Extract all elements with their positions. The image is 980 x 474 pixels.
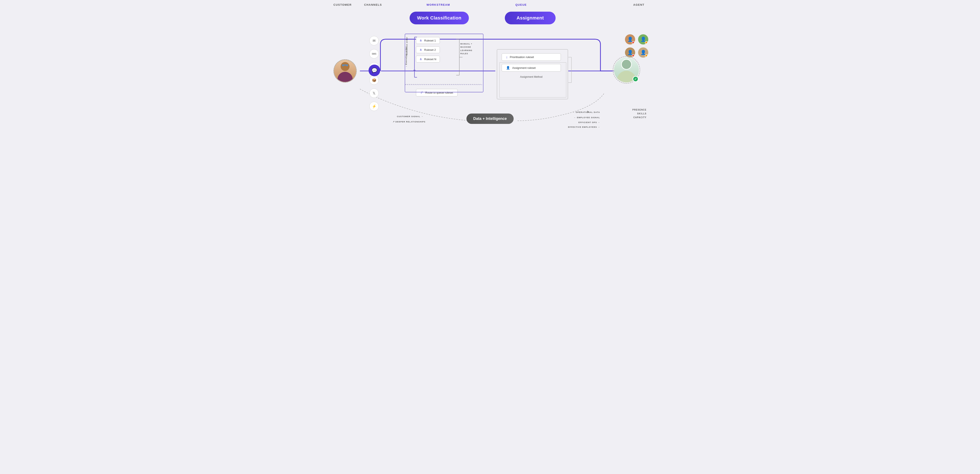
main-agent-status-badge: ✓ [633,76,638,82]
capacity-label: CAPACITY [632,116,647,120]
ruleset-icon-1: ⋔ [420,39,422,42]
agent-1-badge [632,41,635,44]
header-queue: QUEUE [515,3,527,6]
route-queue-label: Route to queue ruleset [425,91,453,94]
operational-data-label: ← OPERATIONAL DATA [573,111,600,113]
agent-2-badge [645,41,648,44]
assignment-ruleset-item: 👤 Assignment ruleset [502,64,561,72]
presence-label: PRESENCE [632,108,647,112]
ruleset-item-n: ⋔ Ruleset N [416,56,440,62]
messenger-channel-icon: ⚡ [369,102,379,111]
agent-row-1: 👤 👤 [623,34,649,45]
agent-4-badge [645,54,648,57]
ruleset-list: ⋔ Ruleset 1 ⋔ Ruleset 2 ⋔ Ruleset N [416,37,440,62]
chat-bubble-icon: 💬 [369,65,380,76]
header-agent: AGENT [633,3,644,6]
twitter-channel-icon: 𝕏 [369,89,379,98]
efficient-ops-label: EFFICIENT OPS → [578,121,600,123]
agent-capability-labels: PRESENCE SKILLS CAPACITY [632,108,647,120]
assignment-pill: Assignment [505,12,555,24]
agent-avatar-1: 👤 [625,34,636,45]
customer-signal-label: CUSTOMER SIGNAL → [397,115,423,118]
sort-icon: ↕ [506,55,508,59]
ruleset-label-2: Ruleset 2 [424,48,436,51]
header-workstream: WORKSTREAM [426,3,450,6]
effective-employees-label: EFFECTIVE EMPLOYEES → [568,126,600,128]
ruleset-icon-n: ⋔ [420,57,422,61]
agent-avatar-4: 👤 [638,47,649,58]
prioritisation-label: Prioritisation ruleset [510,56,534,59]
route-icon: ↱ [420,91,423,95]
skills-label: SKILLS [632,112,647,116]
ruleset-label-n: Ruleset N [424,57,436,61]
deeper-relationships-label: ↗ DEEPER RELATIONSHIPS [393,121,425,123]
ruleset-label-1: Ruleset 1 [424,39,436,42]
header-channels: CHANNELS [364,3,382,6]
main-agent-avatar: ✓ [613,56,640,84]
ruleset-item-2: ⋔ Ruleset 2 [416,46,440,53]
employee-signal-label: ← EMPLOYEE SIGNAL [574,116,600,119]
person-icon: 👤 [506,66,510,70]
email-channel-icon: ✉ [369,36,379,45]
assignment-ruleset-label: Assignment ruleset [512,66,536,69]
agent-avatars-group: 👤 👤 👤 👤 [623,34,649,58]
data-intelligence-label: Data + Intelligence [473,117,507,121]
assignment-method-label: Assignment Method [497,75,565,78]
ruleset-icon-2: ⋔ [420,48,422,51]
svg-marker-14 [414,70,415,72]
agent-avatar-2: 👤 [638,34,649,45]
agent-3-badge [632,54,635,57]
prioritisation-ruleset-item: ↕ Prioritisation ruleset [502,53,561,61]
execution-order-rotated: ↓ Execution order [406,37,408,57]
box-channel-icon: 📦 [369,75,379,85]
ml-rules-label: MANUAL +MACHINELEARNINGRULES [460,42,473,55]
data-intelligence-pill: Data + Intelligence [466,113,514,124]
queue-section: ↕ Prioritisation ruleset 👤 Assignment ru… [497,51,565,78]
customer-avatar [333,59,357,83]
work-classification-pill: Work Classification [410,12,469,24]
diagram-container: CUSTOMER CHANNELS WORKSTREAM QUEUE AGENT… [327,0,653,158]
work-classification-label: Work Classification [417,15,461,21]
ruleset-item-1: ⋔ Ruleset 1 [416,37,440,44]
route-queue-item: ↱ Route to queue ruleset [416,89,458,96]
sms-channel-icon: SMS [369,49,379,59]
assignment-label: Assignment [517,15,544,21]
header-customer: CUSTOMER [333,3,352,6]
